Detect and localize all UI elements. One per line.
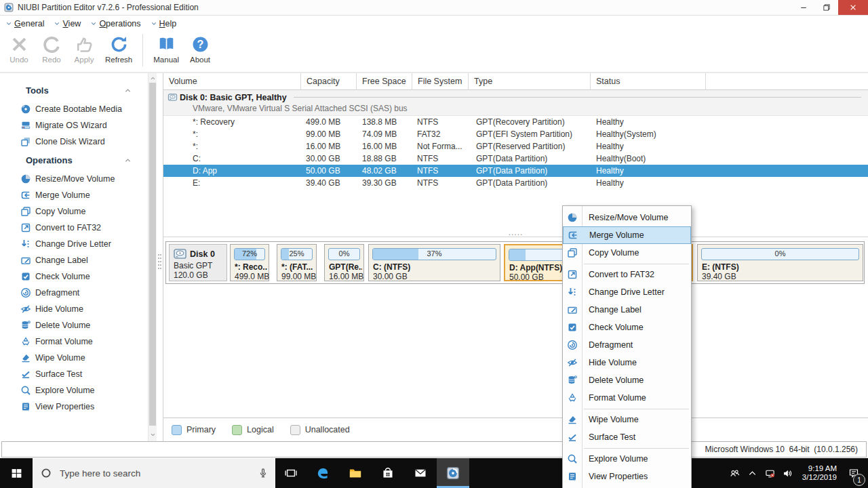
volume-row-e[interactable]: E:39.40 GB39.30 GBNTFSGPT(Data Partition… [163,177,868,189]
volume-row-[interactable]: *:99.00 MB74.09 MBFAT32GPT(EFI System Pa… [163,128,868,140]
sidebar-item-change-label[interactable]: Change Label [0,252,148,268]
sidebar-item-surface-test[interactable]: Surface Test [0,366,148,382]
scroll-up-button[interactable] [149,73,157,83]
minimize-button[interactable] [792,0,815,15]
scroll-down-button[interactable] [149,430,157,439]
restore-button[interactable] [815,0,838,15]
partition-block-c-ntfs[interactable]: 37%C: (NTFS)30.00 GB [368,244,500,281]
sidebar-item-convert-to-fat32[interactable]: Convert to FAT32 [0,220,148,236]
task-view-button[interactable] [275,458,307,488]
partition-block-gpt-re[interactable]: 0%GPT(Re...16.00 MB [324,244,364,281]
window-controls [792,0,868,15]
sidebar-item-check-volume[interactable]: Check Volume [0,268,148,285]
context-menu-item-copy-volume[interactable]: Copy Volume [563,244,691,262]
context-menu-label: View Properties [589,472,648,481]
taskbar-app-mail[interactable] [404,458,437,488]
panel-splitter[interactable]: ..... [163,228,868,237]
partition-block-reco[interactable]: 72%*: Reco...499.0 MB [230,244,269,281]
taskbar-app-microsoft-store[interactable] [372,458,404,488]
partition-block-e-ntfs[interactable]: 0%E: (NTFS)39.40 GB [697,244,863,281]
tray-chevron-up-button[interactable] [744,468,762,479]
sidebar-item-wipe-volume[interactable]: Wipe Volume [0,350,148,366]
start-button[interactable] [0,458,33,488]
manual-button[interactable]: Manual [149,31,184,64]
context-menu-item-wipe-volume[interactable]: Wipe Volume [563,411,691,428]
context-menu-item-resize-move-volume[interactable]: Resize/Move Volume [563,209,691,226]
close-button[interactable] [838,0,868,15]
sidebar-item-merge-volume[interactable]: Merge Volume [0,187,148,203]
volume-row-recovery[interactable]: *: Recovery499.0 MB138.8 MBNTFSGPT(Recov… [163,116,868,128]
label-icon [567,304,578,315]
sidebar-item-change-drive-letter[interactable]: Change Drive Letter [0,236,148,252]
context-menu-item-merge-volume[interactable]: Merge Volume [563,226,691,244]
redo-button[interactable]: Redo [35,31,68,64]
column-header-type[interactable]: Type [469,73,591,90]
about-button[interactable]: About [184,31,216,64]
context-menu-item-view-properties[interactable]: View Properties [563,468,691,485]
disk-info-block[interactable]: Disk 0 Basic GPT 120.0 GB [169,244,227,281]
taskbar-app-file-explorer[interactable] [339,458,372,488]
context-menu-item-format-volume[interactable]: Format Volume [563,389,691,407]
column-header-free-space[interactable]: Free Space [357,73,412,90]
sidebar-item-create-bootable-media[interactable]: Create Bootable Media [0,101,148,117]
refresh-button[interactable]: Refresh [100,31,137,64]
taskbar-clock[interactable]: 9:19 AM 3/12/2019 [802,464,837,483]
cell-type: GPT(Recovery Partition) [469,117,591,127]
context-menu-item-explore-volume[interactable]: Explore Volume [563,450,691,468]
scrollbar-thumb[interactable] [149,83,156,426]
disk-group-row[interactable]: Disk 0: Basic GPT, Healthy VMware, VMwar… [163,90,868,116]
context-menu-item-defragment[interactable]: Defragment [563,336,691,354]
partition-block-fat[interactable]: 25%*: (FAT...99.00 MB [277,244,317,281]
volume-row-c[interactable]: C:30.00 GB18.88 GBNTFSGPT(Data Partition… [163,152,868,165]
context-menu-item-convert-to-fat32[interactable]: Convert to FAT32 [563,266,691,283]
tray-network-button[interactable] [762,468,779,479]
sidebar-item-view-properties[interactable]: View Properties [0,399,148,415]
search-input[interactable] [58,468,251,479]
sidebar-item-copy-volume[interactable]: Copy Volume [0,203,148,220]
sidebar-item-clone-disk-wizard[interactable]: Clone Disk Wizard [0,134,148,150]
sidebar-item-defragment[interactable]: Defragment [0,285,148,301]
context-menu-item-change-drive-letter[interactable]: Change Drive Letter [563,283,691,301]
menu-general[interactable]: General [5,19,44,28]
action-center-button[interactable]: 1 [844,458,864,488]
section-header-operations[interactable]: Operations [26,155,132,165]
apply-button[interactable]: Apply [68,31,100,64]
taskbar-app-edge[interactable] [307,458,339,488]
sidebar-item-delete-volume[interactable]: Delete Volume [0,317,148,333]
context-menu-item-hide-volume[interactable]: Hide Volume [563,354,691,371]
context-menu-label: Change Drive Letter [589,287,665,297]
sidebar-splitter[interactable] [157,73,163,441]
explore-icon [567,453,578,464]
cell-status: Healthy [591,166,706,176]
cell-status: Healthy [591,142,706,151]
tray-speaker-button[interactable] [779,468,797,479]
column-header-file-system[interactable]: File System [412,73,469,90]
tray-people-button[interactable] [726,468,744,479]
sidebar-item-resize-move-volume[interactable]: Resize/Move Volume [0,171,148,187]
legend-bar: PrimaryLogicalUnallocated [163,418,868,441]
volume-row-d-app[interactable]: D: App50.00 GB48.02 GBNTFSGPT(Data Parti… [163,165,868,177]
sidebar-item-migrate-os-wizard[interactable]: Migrate OS Wizard [0,117,148,134]
microphone-icon[interactable] [258,468,269,479]
context-menu-item-surface-test[interactable]: Surface Test [563,428,691,446]
undo-button[interactable]: Undo [3,31,35,64]
column-header-capacity[interactable]: Capacity [301,73,357,90]
taskbar-app-niubi-partition-editor[interactable] [437,458,469,488]
context-menu-item-delete-volume[interactable]: Delete Volume [563,371,691,389]
section-header-tools[interactable]: Tools [26,85,132,96]
context-menu-label: Merge Volume [589,230,644,240]
sidebar-item-hide-volume[interactable]: Hide Volume [0,301,148,317]
column-header-status[interactable]: Status [591,73,706,90]
volume-row-[interactable]: *:16.00 MB16.00 MBNot Forma...GPT(Reserv… [163,140,868,152]
chevron-down-icon [54,20,60,27]
menu-view[interactable]: View [54,19,81,28]
sidebar-item-explore-volume[interactable]: Explore Volume [0,382,148,399]
context-menu-item-check-volume[interactable]: Check Volume [563,319,691,336]
taskbar-search[interactable] [33,458,275,488]
sidebar-scrollbar[interactable] [148,73,157,441]
menu-operations[interactable]: Operations [90,19,140,28]
column-header-volume[interactable]: Volume [163,73,301,90]
menu-help[interactable]: Help [151,19,177,28]
sidebar-item-format-volume[interactable]: Format Volume [0,333,148,350]
context-menu-item-change-label[interactable]: Change Label [563,301,691,319]
